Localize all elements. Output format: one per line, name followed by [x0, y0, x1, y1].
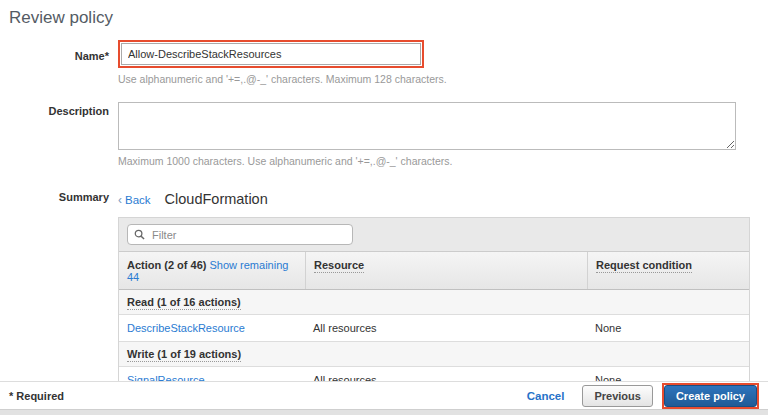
page-title: Review policy	[0, 0, 768, 28]
table-toolbar	[119, 217, 749, 252]
column-header-action: Action (2 of 46) Show remaining 44	[119, 252, 305, 289]
service-name-heading: CloudFormation	[165, 191, 268, 207]
summary-section: Summary ‹Back CloudFormation Action (2 o…	[0, 191, 768, 395]
column-header-resource: Resource	[305, 252, 587, 289]
action-link-describestackresource[interactable]: DescribeStackResource	[127, 322, 245, 334]
required-note: * Required	[9, 390, 64, 402]
table-row: DescribeStackResource All resources None	[119, 315, 749, 342]
filter-input[interactable]	[150, 228, 346, 242]
name-help-text: Use alphanumeric and '+=,.@-_' character…	[118, 73, 768, 85]
cancel-link[interactable]: Cancel	[527, 390, 565, 402]
page-bottom-strip	[0, 409, 768, 415]
back-chevron-icon: ‹	[118, 193, 122, 207]
resource-cell: All resources	[305, 315, 587, 341]
annotation-highlight-create-policy: Create policy	[662, 383, 759, 409]
group-row-read: Read (1 of 16 actions)	[119, 290, 749, 315]
footer-action-bar: * Required Cancel Previous Create policy	[0, 381, 768, 409]
name-label: Name*	[0, 40, 118, 85]
search-icon	[134, 229, 145, 240]
annotation-highlight-name	[118, 40, 424, 68]
back-link[interactable]: ‹Back	[118, 193, 151, 207]
description-label: Description	[0, 102, 118, 167]
policy-name-input[interactable]	[121, 43, 421, 65]
summary-label: Summary	[0, 191, 118, 395]
filter-box[interactable]	[127, 224, 353, 245]
group-row-write: Write (1 of 19 actions)	[119, 342, 749, 367]
description-form-row: Description Maximum 1000 characters. Use…	[0, 102, 768, 167]
back-link-label: Back	[125, 194, 151, 206]
create-policy-button[interactable]: Create policy	[664, 385, 757, 407]
name-form-row: Name* Use alphanumeric and '+=,.@-_' cha…	[0, 40, 768, 85]
policy-description-textarea[interactable]	[118, 102, 736, 150]
description-help-text: Maximum 1000 characters. Use alphanumeri…	[118, 155, 768, 167]
table-header-row: Action (2 of 46) Show remaining 44 Resou…	[119, 252, 749, 290]
policy-summary-table: Action (2 of 46) Show remaining 44 Resou…	[118, 217, 750, 395]
previous-button[interactable]: Previous	[582, 385, 652, 407]
action-count-label: Action (2 of 46)	[127, 259, 206, 271]
condition-cell: None	[587, 315, 749, 341]
column-header-request-condition: Request condition	[587, 252, 749, 289]
